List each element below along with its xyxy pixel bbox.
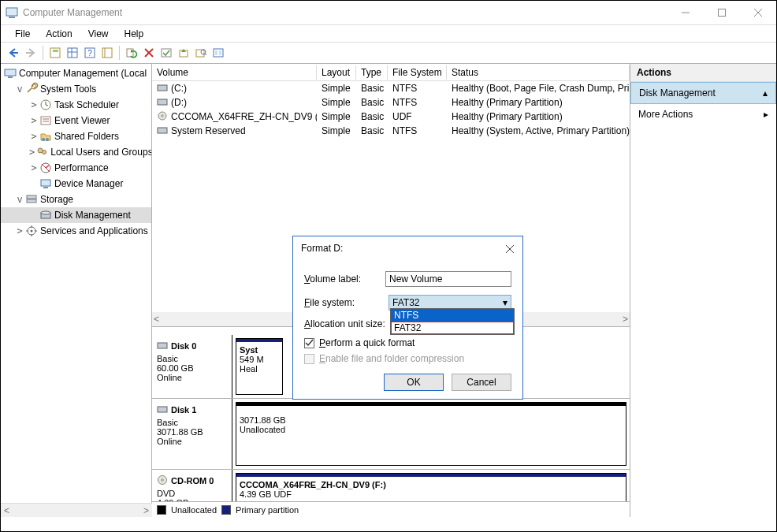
- users-icon: [35, 146, 48, 158]
- tree-disk-management[interactable]: Disk Management: [1, 207, 151, 223]
- col-layout[interactable]: Layout: [317, 65, 356, 80]
- svg-point-59: [162, 114, 163, 116]
- toolbar: ?: [1, 42, 776, 64]
- svg-text:?: ?: [87, 49, 92, 58]
- disk-icon: [157, 97, 168, 109]
- tree-storage[interactable]: v Storage: [1, 192, 151, 207]
- col-volume[interactable]: Volume: [152, 65, 317, 80]
- label-file-system: File system:: [304, 297, 388, 308]
- cdrom-name: CD-ROM 0: [171, 476, 214, 485]
- tree-services-apps[interactable]: > Services and Applications: [1, 223, 151, 239]
- dropdown-option-fat32[interactable]: FAT32: [391, 322, 514, 334]
- svg-rect-46: [27, 195, 36, 199]
- svg-point-30: [32, 84, 36, 89]
- disk-icon: [157, 404, 168, 416]
- svg-point-40: [43, 151, 46, 154]
- label-volume-label: Volume label:: [304, 273, 385, 285]
- svg-point-38: [46, 138, 49, 141]
- svg-rect-45: [43, 187, 48, 188]
- legend-swatch-primary: [221, 505, 231, 515]
- svg-rect-60: [158, 128, 167, 133]
- volume-row[interactable]: (C:) SimpleBasicNTFSHealthy (Boot, Page …: [152, 81, 630, 95]
- toolbar-up-button[interactable]: [176, 45, 191, 61]
- delete-button[interactable]: [141, 45, 157, 61]
- svg-rect-8: [50, 48, 60, 58]
- storage-icon: [25, 193, 38, 206]
- cd-icon: [157, 474, 168, 487]
- svg-rect-3: [719, 9, 726, 17]
- cd-icon: [157, 110, 168, 124]
- tree-system-tools[interactable]: v System Tools: [1, 81, 151, 97]
- col-type[interactable]: Type: [356, 65, 388, 80]
- svg-rect-28: [5, 69, 16, 76]
- menu-help[interactable]: Help: [117, 27, 152, 41]
- svg-rect-29: [8, 76, 13, 78]
- back-button[interactable]: [6, 45, 21, 61]
- tree-local-users[interactable]: >Local Users and Groups: [1, 144, 151, 160]
- svg-rect-62: [158, 407, 167, 412]
- volume-row[interactable]: (D:) SimpleBasicNTFSHealthy (Primary Par…: [152, 95, 630, 110]
- forward-button[interactable]: [23, 45, 39, 61]
- menu-action[interactable]: Action: [38, 27, 80, 41]
- label-allocation-unit: Allocation unit size:: [304, 318, 391, 329]
- dialog-close-button[interactable]: [500, 240, 519, 259]
- ok-button[interactable]: OK: [384, 374, 444, 391]
- actions-item-more[interactable]: More Actions▸: [630, 104, 776, 125]
- svg-rect-44: [41, 180, 50, 186]
- show-hide-tree-button[interactable]: [47, 45, 63, 61]
- computer-icon: [4, 67, 17, 80]
- checkbox-quick-format[interactable]: Perform a quick format: [304, 337, 511, 348]
- svg-point-37: [42, 138, 45, 141]
- tree-task-scheduler[interactable]: >Task Scheduler: [1, 97, 151, 113]
- disk-icon: [157, 83, 168, 95]
- svg-rect-25: [214, 49, 223, 57]
- cdrom-partition[interactable]: CCCOMA_X64FRE_ZH-CN_DV9 (F:)4.39 GB UDF: [236, 473, 626, 501]
- volume-row[interactable]: CCCOMA_X64FRE_ZH-CN_DV9 (F:) SimpleBasic…: [152, 110, 630, 124]
- caret-right-icon: ▸: [764, 109, 768, 120]
- tree-scrollbar[interactable]: <>: [1, 503, 152, 517]
- menu-view[interactable]: View: [80, 27, 117, 41]
- svg-rect-22: [196, 50, 204, 57]
- tree-shared-folders[interactable]: >Shared Folders: [1, 128, 151, 144]
- actions-pane: Actions Disk Management▴ More Actions▸: [630, 64, 776, 517]
- performance-icon: [39, 162, 52, 174]
- services-icon: [25, 225, 38, 237]
- disk1-partition-unallocated[interactable]: 3071.88 GBUnallocated: [236, 402, 626, 466]
- tree-pane: Computer Management (Local v System Tool…: [1, 64, 152, 517]
- maximize-button[interactable]: [704, 1, 740, 24]
- cancel-button[interactable]: Cancel: [452, 374, 511, 391]
- disk-mgmt-icon: [39, 209, 52, 221]
- svg-rect-20: [162, 49, 171, 57]
- tree-event-viewer[interactable]: >Event Viewer: [1, 113, 151, 128]
- svg-rect-68: [305, 354, 314, 363]
- svg-rect-15: [102, 48, 112, 58]
- tree-root[interactable]: Computer Management (Local: [1, 65, 151, 81]
- caret-up-icon: ▴: [763, 87, 768, 99]
- properties-button[interactable]: [65, 45, 80, 61]
- svg-rect-27: [219, 50, 221, 55]
- volume-label-input[interactable]: [385, 271, 511, 287]
- col-filesystem[interactable]: File System: [388, 65, 447, 80]
- device-icon: [39, 177, 52, 190]
- minimize-button[interactable]: [667, 1, 704, 24]
- shared-folder-icon: [39, 130, 52, 143]
- disk0-partition-system[interactable]: Syst549 MHeal: [236, 338, 283, 395]
- svg-rect-57: [158, 99, 167, 105]
- menu-file[interactable]: File: [7, 27, 38, 41]
- toolbar-icon-last[interactable]: [210, 45, 226, 61]
- actions-item-disk-management[interactable]: Disk Management▴: [630, 82, 776, 104]
- svg-point-51: [31, 230, 33, 233]
- help-button[interactable]: ?: [82, 45, 98, 61]
- svg-rect-1: [9, 17, 15, 18]
- toolbar-check-button[interactable]: [158, 45, 174, 61]
- volume-row[interactable]: System Reserved SimpleBasicNTFSHealthy (…: [152, 124, 630, 138]
- toolbar-icon-4[interactable]: [99, 45, 115, 61]
- close-button[interactable]: [740, 1, 776, 24]
- tree-performance[interactable]: >Performance: [1, 160, 151, 176]
- clock-icon: [39, 99, 52, 111]
- dropdown-option-ntfs[interactable]: NTFS: [391, 309, 514, 322]
- refresh-button[interactable]: [124, 45, 139, 61]
- toolbar-find-button[interactable]: [193, 45, 209, 61]
- tree-device-manager[interactable]: Device Manager: [1, 176, 151, 192]
- col-status[interactable]: Status: [447, 65, 630, 80]
